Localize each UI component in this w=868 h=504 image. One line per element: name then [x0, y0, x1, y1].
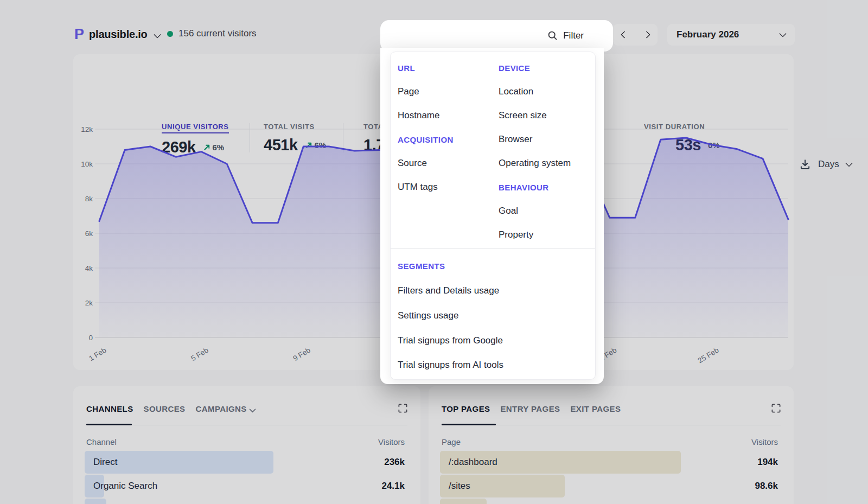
search-icon	[547, 30, 558, 41]
filter-item-source[interactable]: Source	[398, 151, 499, 175]
filter-item-goal[interactable]: Goal	[499, 199, 595, 223]
filter-group-title-url: URL	[398, 56, 499, 80]
filter-label: Filter	[563, 30, 584, 41]
filter-item-operating-system[interactable]: Operating system	[499, 151, 595, 175]
filter-group-title-acquisition: ACQUISITION	[398, 127, 499, 151]
filter-item-location[interactable]: Location	[499, 80, 595, 104]
segment-item-trial-signups-from-google[interactable]: Trial signups from Google	[398, 328, 595, 353]
filter-item-browser[interactable]: Browser	[499, 127, 595, 151]
filter-dropdown: URLPageHostnameACQUISITIONSourceUTM tags…	[380, 48, 604, 384]
filter-item-screen-size[interactable]: Screen size	[499, 104, 595, 127]
segments-title: SEGMENTS	[398, 254, 595, 279]
filter-item-utm-tags[interactable]: UTM tags	[398, 175, 499, 199]
segment-item-filters-and-details-usage[interactable]: Filters and Details usage	[398, 279, 595, 304]
filter-menu-column: URLPageHostnameACQUISITIONSourceUTM tags	[398, 56, 499, 247]
filter-menu-panel: URLPageHostnameACQUISITIONSourceUTM tags…	[390, 52, 596, 380]
filter-group-title-behaviour: BEHAVIOUR	[499, 175, 595, 199]
plausible-dashboard: P plausible.io 156 current visitors Febr…	[0, 0, 868, 504]
filter-item-hostname[interactable]: Hostname	[398, 104, 499, 127]
filter-button[interactable]: Filter	[380, 20, 613, 52]
segment-item-trial-signups-from-ai-tools[interactable]: Trial signups from AI tools	[398, 353, 595, 378]
filter-item-page[interactable]: Page	[398, 80, 499, 104]
segment-item-settings-usage[interactable]: Settings usage	[398, 303, 595, 328]
filter-item-property[interactable]: Property	[499, 223, 595, 247]
filter-group-title-device: DEVICE	[499, 56, 595, 80]
filter-menu-column: DEVICELocationScreen sizeBrowserOperatin…	[499, 56, 595, 247]
